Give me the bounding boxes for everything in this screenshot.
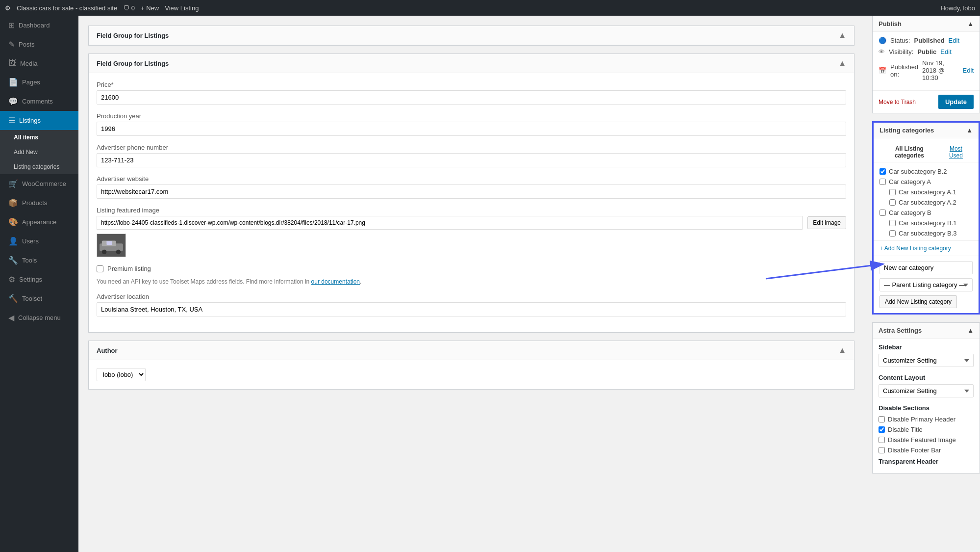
add-new-category-link[interactable]: + Add New Listing category (874, 241, 979, 256)
collapse-toggle[interactable]: ▲ (838, 59, 846, 68)
price-field-row: Price* (97, 81, 846, 105)
disable-sections: Disable Sections Disable Primary Header … (879, 404, 974, 454)
website-input[interactable] (97, 184, 846, 199)
price-input[interactable] (97, 90, 846, 105)
author-toggle[interactable]: ▲ (838, 346, 846, 355)
edit-image-button[interactable]: Edit image (807, 216, 846, 229)
author-select[interactable]: lobo (lobo) (97, 368, 146, 381)
astra-settings-toggle[interactable]: ▲ (967, 327, 974, 334)
new-category-input[interactable] (879, 261, 973, 274)
cat-item-sub-a1: Car subcategory A.1 (879, 187, 973, 197)
disable-title-checkbox[interactable] (879, 426, 885, 433)
disable-primary-header-checkbox[interactable] (879, 416, 885, 422)
settings-icon: ⚙ (8, 275, 15, 284)
calendar-icon: 📅 (879, 67, 886, 74)
image-row: Edit image (97, 216, 846, 230)
cat-label-sub-a1: Car subcategory A.1 (899, 188, 956, 196)
status-value: Published (914, 37, 944, 44)
publish-toggle[interactable]: ▲ (967, 20, 974, 27)
admin-bar: ⚙ Classic cars for sale - classified sit… (0, 0, 980, 16)
sidebar-item-label: Products (22, 199, 47, 207)
site-name[interactable]: Classic cars for sale - classified site (17, 4, 117, 12)
tab-all-categories[interactable]: All Listing categories (879, 142, 939, 162)
sidebar-item-comments[interactable]: 💬 Comments (0, 92, 78, 111)
view-listing-link[interactable]: View Listing (165, 4, 199, 12)
sidebar-item-media[interactable]: 🖼 Media (0, 54, 78, 73)
sidebar-item-products[interactable]: 📦 Products (0, 193, 78, 212)
cat-checkbox-cat-a[interactable] (879, 179, 886, 185)
field-group-title: Field Group for Listings (97, 60, 169, 67)
phone-input[interactable] (97, 153, 846, 167)
field-group-header[interactable]: Field Group for Listings ▲ (89, 54, 854, 73)
image-url-input[interactable] (97, 216, 803, 230)
cat-checkbox-sub-b3[interactable] (889, 230, 896, 237)
visibility-edit-link[interactable]: Edit (940, 48, 951, 55)
location-label: Advertiser location (97, 293, 846, 300)
sidebar-item-label: Pages (22, 79, 40, 86)
publish-header: Publish ▲ (873, 16, 980, 32)
cat-checkbox-cat-b[interactable] (879, 210, 886, 216)
category-tabs: All Listing categories Most Used (874, 138, 979, 162)
sidebar-item-tools[interactable]: 🔧 Tools (0, 251, 78, 270)
sidebar-item-label: Toolset (22, 295, 42, 302)
cat-label-cat-b: Car category B (889, 209, 931, 216)
add-category-button[interactable]: Add New Listing category (879, 295, 957, 308)
sidebar-submenu-add-new[interactable]: Add New (0, 145, 78, 159)
astra-settings-box: Astra Settings ▲ Sidebar Customizer Sett… (872, 322, 980, 473)
field-group-expanded: Field Group for Listings ▲ Price* Produc… (88, 53, 854, 333)
content-layout-select[interactable]: Customizer Setting Content Sidebar Sideb… (879, 384, 974, 397)
publish-footer: Move to Trash Update (873, 90, 980, 113)
disable-footer-bar-checkbox[interactable] (879, 447, 885, 453)
status-row: 🔵 Status: Published Edit (879, 37, 974, 44)
cat-checkbox-sub-a1[interactable] (889, 189, 896, 195)
cat-checkbox-sub-b1[interactable] (889, 220, 896, 226)
astra-settings-body: Sidebar Customizer Setting Left Sidebar … (873, 339, 980, 473)
visibility-value: Public (917, 48, 936, 55)
disable-featured-image-checkbox[interactable] (879, 437, 885, 443)
listing-categories-toggle[interactable]: ▲ (966, 127, 973, 134)
tab-most-used[interactable]: Most Used (939, 142, 973, 162)
sidebar-item-collapse[interactable]: ◀ Collapse menu (0, 308, 78, 327)
location-input[interactable] (97, 302, 846, 316)
visibility-row: 👁 Visibility: Public Edit (879, 48, 974, 55)
sidebar-item-appearance[interactable]: 🎨 Appearance (0, 212, 78, 232)
sidebar-item-pages[interactable]: 📄 Pages (0, 73, 78, 92)
cat-label-sub-a2: Car subcategory A.2 (899, 199, 956, 206)
disable-footer-bar-row: Disable Footer Bar (879, 447, 974, 454)
premium-listing-row: Premium listing (97, 265, 846, 272)
comments-link[interactable]: 🗨 0 (123, 4, 135, 12)
sidebar-item-posts[interactable]: ✎ Posts (0, 35, 78, 54)
parent-category-select[interactable]: — Parent Listing category — (879, 278, 973, 291)
premium-listing-checkbox[interactable] (97, 265, 103, 272)
sidebar-submenu-all-items[interactable]: All items (0, 130, 78, 145)
production-year-input[interactable] (97, 122, 846, 136)
sidebar-item-listings[interactable]: ☰ Listings (0, 111, 78, 130)
sidebar-item-label: Settings (19, 276, 42, 283)
sidebar-submenu-listing-categories[interactable]: Listing categories (0, 159, 78, 174)
api-docs-link[interactable]: our documentation (311, 278, 360, 285)
sidebar-select[interactable]: Customizer Setting Left Sidebar Right Si… (879, 354, 974, 367)
cat-checkbox-sub-b2[interactable] (879, 168, 886, 175)
sidebar-item-dashboard[interactable]: ⊞ Dashboard (0, 16, 78, 35)
move-to-trash-link[interactable]: Move to Trash (879, 99, 916, 105)
astra-settings-header: Astra Settings ▲ (873, 323, 980, 339)
sidebar-item-woocommerce[interactable]: 🛒 WooCommerce (0, 174, 78, 193)
cat-checkbox-sub-a2[interactable] (889, 199, 896, 206)
published-edit-link[interactable]: Edit (963, 67, 974, 74)
publish-body: 🔵 Status: Published Edit 👁 Visibility: P… (873, 32, 980, 90)
wp-logo-icon[interactable]: ⚙ (5, 4, 11, 12)
sidebar-item-users[interactable]: 👤 Users (0, 232, 78, 251)
cat-item-cat-b: Car category B (879, 208, 973, 218)
author-header[interactable]: Author ▲ (89, 341, 854, 360)
new-link[interactable]: + New (141, 4, 159, 12)
status-edit-link[interactable]: Edit (949, 37, 959, 44)
field-group-header-top[interactable]: Field Group for Listings ▲ (89, 26, 854, 45)
woocommerce-icon: 🛒 (8, 179, 18, 188)
collapse-toggle-top[interactable]: ▲ (838, 31, 846, 40)
cat-item-sub-a2: Car subcategory A.2 (879, 197, 973, 208)
update-button[interactable]: Update (938, 95, 974, 109)
content-layout-section-title: Content Layout (879, 374, 974, 381)
appearance-icon: 🎨 (8, 217, 18, 227)
sidebar-item-settings[interactable]: ⚙ Settings (0, 270, 78, 289)
sidebar-item-toolset[interactable]: 🔨 Toolset (0, 289, 78, 308)
